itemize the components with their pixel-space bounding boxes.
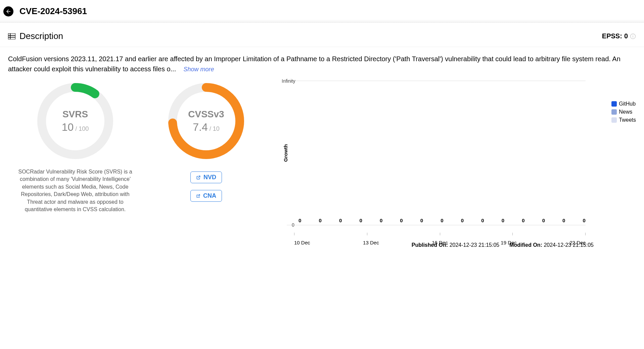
chart-data-label: 0 (380, 218, 382, 223)
show-more-link[interactable]: Show more (183, 66, 214, 73)
footer-dates: Published On: 2024-12-23 21:15:05 Modifi… (0, 225, 644, 251)
chart-data-label: 0 (298, 218, 301, 223)
chart-data-label: 0 (481, 218, 484, 223)
cvss-gauge: CVSSv3 7.4 / 10 (166, 81, 246, 161)
arrow-left-icon (5, 8, 11, 14)
epss-value: 0 (624, 32, 628, 40)
nvd-link-text: NVD (203, 174, 216, 181)
svrs-column: SVRS 10 / 100 SOCRadar Vulnerability Ris… (8, 81, 142, 213)
x-tick-marks (294, 233, 586, 235)
nvd-link[interactable]: NVD (190, 171, 222, 183)
chart-data-label: 0 (400, 218, 403, 223)
chart-data-label: 0 (339, 218, 342, 223)
description-block: ColdFusion versions 2023.11, 2021.17 and… (0, 47, 644, 77)
page-header: CVE-2024-53961 (0, 0, 644, 23)
epss-score: EPSS: 0 (602, 32, 636, 40)
legend-label: News (619, 109, 632, 115)
section-header: Description EPSS: 0 (0, 23, 644, 47)
external-link-icon (196, 193, 200, 199)
list-icon (8, 33, 15, 39)
svg-rect-5 (633, 36, 633, 37)
y-axis-title: Growth (283, 144, 288, 162)
x-tick-label: 19 Dec (501, 240, 517, 245)
cna-link-text: CNA (203, 192, 216, 199)
epss-label: EPSS: (602, 32, 622, 40)
legend-label: GitHub (619, 101, 636, 107)
chart-data-label: 0 (359, 218, 362, 223)
svrs-gauge: SVRS 10 / 100 (35, 81, 116, 161)
cvss-max: / 10 (208, 125, 220, 132)
svg-rect-0 (8, 33, 15, 39)
legend-label: Tweets (619, 117, 636, 123)
chart-data-label: 0 (522, 218, 524, 223)
x-tick-label: 22 Dec (569, 240, 586, 245)
chart-plot-area: Infinity 0 Growth 000000000000000 (287, 81, 586, 225)
legend-item[interactable]: Tweets (611, 117, 636, 123)
chart-data-label: 0 (319, 218, 321, 223)
cve-title: CVE-2024-53961 (19, 6, 87, 16)
svrs-max: / 100 (74, 125, 89, 132)
cvss-column: CVSSv3 7.4 / 10 NVD CNA (142, 81, 270, 202)
cvss-label: CVSSv3 (188, 109, 224, 120)
chart-data-label: 0 (461, 218, 464, 223)
legend-swatch (611, 117, 617, 123)
cna-link[interactable]: CNA (190, 190, 222, 202)
x-axis-ticks: 10 Dec13 Dec16 Dec19 Dec22 Dec (294, 240, 586, 245)
section-title-wrap: Description (8, 31, 63, 41)
description-text: ColdFusion versions 2023.11, 2021.17 and… (8, 55, 620, 73)
svrs-label: SVRS (62, 109, 88, 120)
x-tick-label: 10 Dec (294, 240, 310, 245)
legend-item[interactable]: News (611, 109, 636, 115)
chart-data-labels: 000000000000000 (298, 218, 586, 223)
chart-legend: GitHubNewsTweets (611, 101, 636, 125)
x-tick-label: 16 Dec (432, 240, 448, 245)
chart-data-label: 0 (542, 218, 545, 223)
y-axis-top: Infinity (282, 78, 295, 84)
info-icon[interactable] (630, 33, 636, 39)
back-button[interactable] (3, 6, 13, 16)
chart-data-label: 0 (502, 218, 504, 223)
metrics-row: SVRS 10 / 100 SOCRadar Vulnerability Ris… (0, 77, 644, 225)
svrs-value: 10 (62, 121, 74, 133)
cvss-value: 7.4 (193, 121, 208, 133)
external-link-icon (196, 174, 201, 181)
section-title-text: Description (19, 31, 63, 41)
y-axis-bottom: 0 (292, 222, 294, 228)
x-tick-label: 13 Dec (363, 240, 379, 245)
chart-data-label: 0 (420, 218, 423, 223)
chart-data-label: 0 (562, 218, 565, 223)
legend-swatch (611, 101, 617, 107)
svg-rect-6 (633, 35, 633, 35)
legend-item[interactable]: GitHub (611, 101, 636, 107)
chart-data-label: 0 (441, 218, 443, 223)
svrs-description: SOCRadar Vulnerability Risk Score (SVRS)… (13, 168, 137, 213)
legend-swatch (611, 109, 617, 115)
chart-data-label: 0 (583, 218, 586, 223)
growth-chart: Infinity 0 Growth 000000000000000 10 Dec… (270, 81, 636, 225)
